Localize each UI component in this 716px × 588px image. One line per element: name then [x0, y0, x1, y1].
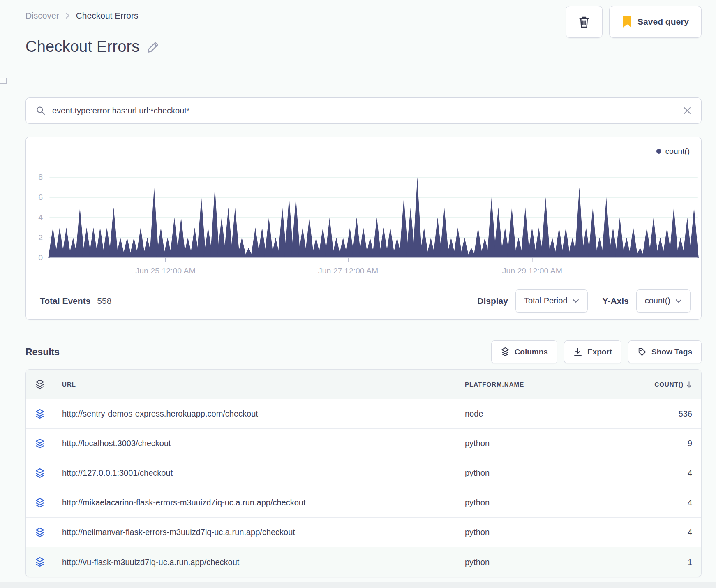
tag-icon [637, 347, 647, 357]
table-row[interactable]: http://neilmanvar-flask-errors-m3uuizd7i… [26, 518, 701, 547]
breadcrumb-current: Checkout Errors [76, 11, 139, 21]
display-dropdown-value: Total Period [524, 296, 568, 306]
saved-query-label: Saved query [637, 17, 689, 27]
export-button[interactable]: Export [564, 340, 621, 363]
columns-button-label: Columns [515, 347, 548, 357]
breadcrumb-discover[interactable]: Discover [25, 11, 59, 21]
clear-search-icon[interactable] [683, 106, 691, 115]
display-dropdown[interactable]: Total Period [515, 289, 588, 313]
yaxis-dropdown[interactable]: count() [636, 289, 691, 313]
platform-cell: node [465, 409, 622, 419]
legend-series-label: count() [665, 147, 690, 156]
count-cell: 4 [622, 468, 692, 478]
url-cell[interactable]: http://vu-flask-m3uuizd7iq-uc.a.run.app/… [62, 558, 465, 567]
platform-cell: python [465, 528, 622, 537]
count-cell: 4 [622, 528, 692, 537]
table-row[interactable]: http://sentry-demos-express.herokuapp.co… [26, 399, 701, 429]
columns-button[interactable]: Columns [491, 340, 557, 363]
legend-series-dot [656, 149, 661, 154]
svg-text:4: 4 [38, 213, 43, 222]
show-tags-button[interactable]: Show Tags [628, 340, 702, 363]
column-header-url[interactable]: URL [62, 381, 465, 388]
stack-events-icon[interactable] [35, 409, 62, 419]
chevron-right-icon [65, 12, 70, 20]
total-events-value: 558 [97, 296, 111, 306]
column-header-count-label: COUNT() [654, 381, 684, 388]
yaxis-dropdown-value: count() [645, 296, 670, 306]
table-row[interactable]: http://vu-flask-m3uuizd7iq-uc.a.run.app/… [26, 547, 701, 577]
sort-desc-arrow-icon [686, 381, 692, 388]
export-button-label: Export [587, 347, 612, 357]
search-input[interactable]: event.type:error has:url url:*checkout* [52, 106, 677, 116]
delete-query-button[interactable] [566, 6, 603, 38]
results-heading: Results [25, 347, 60, 358]
stack-events-icon[interactable] [35, 498, 62, 508]
total-events-label: Total Events [40, 296, 90, 306]
svg-text:Jun 29 12:00 AM: Jun 29 12:00 AM [502, 266, 562, 275]
chart-legend: count() [26, 137, 701, 156]
table-row[interactable]: http://mikaelacarino-flask-errors-m3uuiz… [26, 488, 701, 518]
url-cell[interactable]: http://sentry-demos-express.herokuapp.co… [62, 409, 465, 419]
chevron-down-icon [675, 299, 682, 303]
search-bar[interactable]: event.type:error has:url url:*checkout* [25, 97, 702, 124]
yaxis-label: Y-Axis [603, 296, 629, 306]
svg-text:6: 6 [38, 193, 43, 201]
chevron-down-icon [573, 299, 579, 303]
column-header-count[interactable]: COUNT() [622, 381, 692, 388]
url-cell[interactable]: http://neilmanvar-flask-errors-m3uuizd7i… [62, 528, 465, 537]
column-header-platform[interactable]: PLATFORM.NAME [465, 381, 622, 388]
stack-events-icon[interactable] [35, 468, 62, 479]
count-cell: 536 [622, 409, 692, 419]
stack-icon [501, 347, 510, 357]
download-icon [573, 347, 582, 357]
search-icon [36, 106, 46, 116]
platform-cell: python [465, 498, 622, 507]
svg-text:2: 2 [38, 233, 43, 242]
edit-pencil-icon[interactable] [146, 40, 160, 54]
svg-text:Jun 25 12:00 AM: Jun 25 12:00 AM [135, 266, 195, 275]
page-title: Checkout Errors [25, 38, 140, 56]
count-cell: 1 [622, 558, 692, 567]
table-row[interactable]: http://127.0.0.1:3001/checkout python 4 [26, 458, 701, 488]
sidebar-collapse-handle[interactable] [0, 78, 7, 84]
svg-text:Jun 27 12:00 AM: Jun 27 12:00 AM [318, 266, 378, 275]
page-bottom-strip [0, 582, 716, 588]
event-volume-chart: 02468Jun 25 12:00 AMJun 27 12:00 AMJun 2… [26, 156, 701, 282]
saved-query-button[interactable]: Saved query [609, 6, 702, 38]
stack-events-icon[interactable] [35, 438, 62, 449]
page-header: Discover Checkout Errors Saved quer [0, 0, 716, 83]
count-cell: 4 [622, 498, 692, 507]
svg-text:0: 0 [38, 253, 43, 262]
svg-text:8: 8 [38, 173, 43, 181]
show-tags-button-label: Show Tags [651, 347, 692, 357]
table-row[interactable]: http://localhost:3003/checkout python 9 [26, 429, 701, 458]
platform-cell: python [465, 439, 622, 448]
stack-icon[interactable] [35, 379, 62, 390]
stack-events-icon[interactable] [35, 527, 62, 538]
results-table: URL PLATFORM.NAME COUNT() htt [25, 369, 702, 577]
platform-cell: python [465, 558, 622, 567]
platform-cell: python [465, 468, 622, 478]
count-cell: 9 [622, 439, 692, 448]
display-label: Display [477, 296, 508, 306]
chart-footer: Total Events 558 Display Total Period Y-… [26, 282, 701, 319]
table-header-row: URL PLATFORM.NAME COUNT() [26, 370, 701, 399]
trash-icon [577, 15, 591, 29]
url-cell[interactable]: http://mikaelacarino-flask-errors-m3uuiz… [62, 498, 465, 507]
url-cell[interactable]: http://127.0.0.1:3001/checkout [62, 468, 465, 478]
bookmark-icon [622, 16, 633, 28]
url-cell[interactable]: http://localhost:3003/checkout [62, 439, 465, 448]
table-body: http://sentry-demos-express.herokuapp.co… [26, 399, 701, 577]
chart-panel: count() 02468Jun 25 12:00 AMJun 27 12:00… [25, 137, 702, 320]
stack-events-icon[interactable] [35, 557, 62, 567]
